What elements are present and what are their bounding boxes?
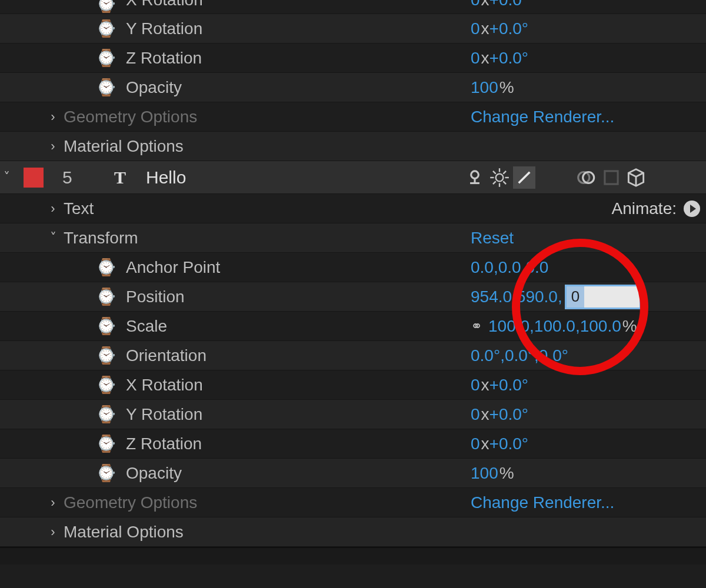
- group-label: Geometry Options: [64, 493, 197, 512]
- property-label: Position: [126, 288, 185, 306]
- group-row-text[interactable]: › Text Animate:: [0, 194, 706, 223]
- reset-link[interactable]: Reset: [471, 229, 514, 248]
- rotation-revolutions[interactable]: 0: [471, 435, 480, 453]
- anchor-y-value[interactable]: 0.0: [498, 258, 521, 277]
- property-label: X Rotation: [126, 376, 203, 395]
- stopwatch-icon[interactable]: ⌚: [96, 258, 116, 277]
- shy-icon[interactable]: [464, 166, 486, 189]
- svg-line-12: [519, 172, 530, 183]
- scale-y-value[interactable]: 100.0: [534, 317, 575, 336]
- svg-line-9: [503, 181, 506, 184]
- group-row-geometry-options[interactable]: › Geometry Options Change Renderer...: [0, 488, 706, 517]
- rotation-degrees[interactable]: +0.0: [489, 0, 522, 9]
- anchor-x-value[interactable]: 0.0: [471, 258, 494, 277]
- rotation-degrees[interactable]: +0.0: [489, 49, 522, 68]
- chevron-right-icon[interactable]: ›: [46, 139, 60, 154]
- opacity-value[interactable]: 100: [471, 464, 498, 483]
- stopwatch-icon[interactable]: ⌚: [96, 316, 116, 336]
- group-label: Transform: [64, 229, 138, 248]
- property-row-x-rotation: ⌚ X Rotation 0 x +0.0 °: [0, 370, 706, 400]
- orientation-z-value[interactable]: 0.0: [539, 346, 562, 365]
- layer-color-swatch[interactable]: [24, 168, 44, 188]
- property-row-y-rotation: ⌚ Y Rotation 0 x +0.0 °: [0, 400, 706, 429]
- 3d-layer-icon[interactable]: [625, 166, 647, 189]
- adjustment-layer-icon[interactable]: [600, 166, 622, 189]
- layer-row-hello[interactable]: ˅ 5 T Hello: [0, 161, 706, 194]
- rotation-revolutions[interactable]: 0: [471, 0, 480, 9]
- anchor-z-value[interactable]: 0.0: [525, 258, 548, 277]
- property-label: Y Rotation: [126, 19, 202, 38]
- property-label: Z Rotation: [126, 435, 202, 453]
- layer-name[interactable]: Hello: [146, 168, 186, 188]
- group-row-geometry-options-upper[interactable]: › Geometry Options Change Renderer...: [0, 102, 706, 132]
- group-label: Material Options: [64, 137, 184, 156]
- rotation-revolutions[interactable]: 0: [471, 405, 480, 424]
- change-renderer-link[interactable]: Change Renderer...: [471, 493, 614, 512]
- chevron-down-icon[interactable]: ˅: [46, 230, 60, 246]
- stopwatch-icon[interactable]: ⌚: [96, 287, 116, 306]
- group-row-material-options-upper[interactable]: › Material Options: [0, 132, 706, 161]
- layer-index: 5: [62, 168, 72, 188]
- change-renderer-link[interactable]: Change Renderer...: [471, 108, 614, 126]
- property-row-orientation: ⌚ Orientation 0.0°, 0.0°, 0.0°: [0, 341, 706, 370]
- svg-line-11: [503, 171, 506, 173]
- group-label: Geometry Options: [64, 108, 197, 126]
- property-row-y-rotation-upper: ⌚ Y Rotation 0 x +0.0 °: [0, 14, 706, 44]
- animate-menu-label[interactable]: Animate:: [612, 199, 677, 218]
- stopwatch-icon[interactable]: ⌚: [96, 375, 116, 395]
- opacity-value[interactable]: 100: [471, 78, 498, 97]
- stopwatch-icon[interactable]: ⌚: [96, 19, 116, 38]
- stopwatch-icon[interactable]: ⌚: [96, 0, 116, 14]
- chevron-right-icon[interactable]: ›: [46, 109, 60, 125]
- position-y-value[interactable]: 590.0: [517, 288, 558, 306]
- motion-blur-icon[interactable]: [575, 166, 598, 189]
- group-label: Text: [64, 199, 94, 218]
- property-label: Anchor Point: [126, 258, 220, 277]
- property-label: Y Rotation: [126, 405, 202, 424]
- property-row-z-rotation: ⌚ Z Rotation 0 x +0.0 °: [0, 429, 706, 459]
- group-row-transform[interactable]: ˅ Transform Reset: [0, 223, 706, 253]
- stopwatch-icon[interactable]: ⌚: [96, 463, 116, 483]
- stopwatch-icon[interactable]: ⌚: [96, 434, 116, 453]
- text-layer-icon: T: [114, 168, 126, 188]
- svg-point-0: [471, 171, 479, 178]
- property-label: Opacity: [126, 464, 182, 483]
- property-label: X Rotation: [126, 0, 203, 9]
- orientation-y-value[interactable]: 0.0: [505, 346, 528, 365]
- property-row-position: ⌚ Position 954.0, 590.0,: [0, 282, 706, 312]
- rotation-degrees[interactable]: +0.0: [489, 405, 522, 424]
- position-x-value[interactable]: 954.0: [471, 288, 512, 306]
- property-row-anchor-point: ⌚ Anchor Point 0.0, 0.0, 0.0: [0, 253, 706, 282]
- rotation-degrees[interactable]: +0.0: [489, 435, 522, 453]
- animate-menu-icon[interactable]: [684, 201, 700, 217]
- group-row-material-options[interactable]: › Material Options: [0, 517, 706, 547]
- rotation-revolutions[interactable]: 0: [471, 19, 480, 38]
- rotation-revolutions[interactable]: 0: [471, 49, 480, 68]
- stopwatch-icon[interactable]: ⌚: [96, 346, 116, 365]
- rotation-degrees[interactable]: +0.0: [489, 376, 522, 395]
- stopwatch-icon[interactable]: ⌚: [96, 78, 116, 97]
- svg-line-10: [493, 181, 496, 184]
- chevron-right-icon[interactable]: ›: [46, 495, 60, 510]
- position-z-input[interactable]: [565, 285, 641, 309]
- chevron-right-icon[interactable]: ›: [46, 524, 60, 540]
- property-label: Orientation: [126, 346, 207, 365]
- chevron-down-icon[interactable]: ˅: [4, 170, 10, 185]
- quality-sampling-icon[interactable]: [513, 166, 535, 189]
- property-label: Z Rotation: [126, 49, 202, 68]
- orientation-x-value[interactable]: 0.0: [471, 346, 494, 365]
- rotation-degrees[interactable]: +0.0: [489, 19, 522, 38]
- scale-z-value[interactable]: 100.0: [580, 317, 621, 336]
- svg-point-3: [496, 173, 504, 181]
- scale-x-value[interactable]: 100.0: [488, 317, 530, 336]
- panel-footer: [0, 547, 706, 564]
- rotation-revolutions[interactable]: 0: [471, 376, 480, 395]
- stopwatch-icon[interactable]: ⌚: [96, 48, 116, 68]
- chevron-right-icon[interactable]: ›: [46, 201, 60, 216]
- constrain-proportions-icon[interactable]: ⚭: [471, 318, 482, 335]
- property-row-z-rotation-upper: ⌚ Z Rotation 0 x +0.0 °: [0, 44, 706, 73]
- property-row-x-rotation-upper: ⌚ X Rotation 0 x +0.0 °: [0, 0, 706, 14]
- stopwatch-icon[interactable]: ⌚: [96, 405, 116, 424]
- property-label: Opacity: [126, 78, 182, 97]
- collapse-transformations-icon[interactable]: [488, 166, 511, 189]
